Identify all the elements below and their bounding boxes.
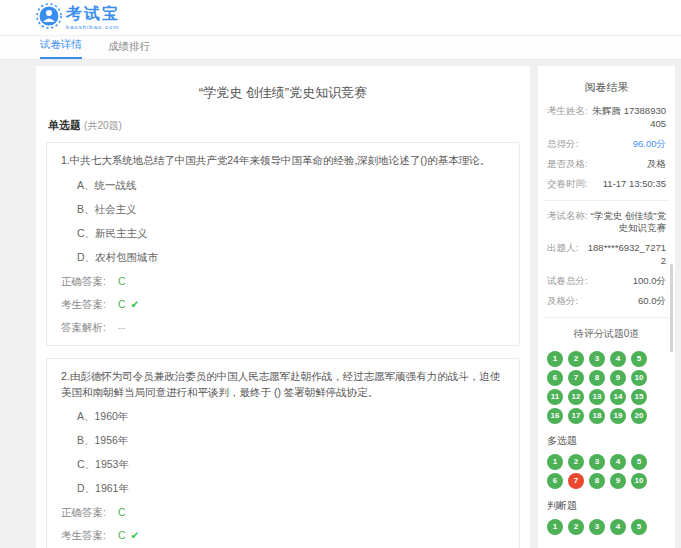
pending-questions-title: 待评分试题0道 bbox=[547, 327, 666, 341]
info-row: 及格分:60.0分 bbox=[547, 295, 666, 308]
question-number-11[interactable]: 11 bbox=[547, 389, 563, 405]
question-number-1[interactable]: 1 bbox=[547, 454, 563, 470]
question-option[interactable]: B、社会主义 bbox=[77, 203, 505, 217]
app-logo[interactable]: 考试宝 kaoshibao.com bbox=[36, 3, 120, 33]
analysis-row: 答案解析:-- bbox=[61, 321, 505, 335]
question-number-2[interactable]: 2 bbox=[568, 454, 584, 470]
top-header: 考试宝 kaoshibao.com bbox=[0, 0, 681, 36]
question-text: 2.由彭德怀为司令员兼政治委员的中国人民志愿军赴朝作战，经过志愿军顽强有力的战斗… bbox=[61, 369, 505, 401]
question-number-5[interactable]: 5 bbox=[631, 519, 647, 535]
question-option[interactable]: C、新民主主义 bbox=[77, 227, 505, 241]
question-number-3[interactable]: 3 bbox=[589, 351, 605, 367]
question-number-12[interactable]: 12 bbox=[568, 389, 584, 405]
question-option[interactable]: B、1956年 bbox=[77, 434, 505, 448]
question-card: 1.中共七大系统地总结了中国共产党24年来领导中国革命的经验,深刻地论述了()的… bbox=[46, 142, 520, 346]
question-number-4[interactable]: 4 bbox=[610, 519, 626, 535]
correct-answer-label: 正确答案: bbox=[61, 275, 106, 287]
student-answer-value: C bbox=[118, 298, 126, 310]
info-row: 交卷时间:11-17 13:50:35 bbox=[547, 178, 666, 191]
question-number-9[interactable]: 9 bbox=[610, 370, 626, 386]
exam-detail-card: “学党史 创佳绩”党史知识竞赛 单选题 (共20题) 1.中共七大系统地总结了中… bbox=[36, 66, 530, 548]
page-content: “学党史 创佳绩”党史知识竞赛 单选题 (共20题) 1.中共七大系统地总结了中… bbox=[0, 60, 681, 548]
student-answer-row: 考生答案:C✔ bbox=[61, 529, 505, 543]
tab-bar: 试卷详情成绩排行 bbox=[0, 36, 681, 60]
info-label: 交卷时间: bbox=[547, 178, 588, 191]
question-number-18[interactable]: 18 bbox=[589, 408, 605, 424]
info-label: 考试名称: bbox=[547, 210, 588, 236]
info-label: 是否及格: bbox=[547, 158, 588, 171]
question-number-13[interactable]: 13 bbox=[589, 389, 605, 405]
exam-info-rows: 考试名称:“学党史 创佳绩”党史知识竞赛出题人:188****6932_7271… bbox=[547, 210, 666, 308]
question-number-6[interactable]: 6 bbox=[547, 473, 563, 489]
question-number-5[interactable]: 5 bbox=[631, 454, 647, 470]
result-sidebar: 阅卷结果 考生姓名:朱辉腾 17388930405总得分:96.00分是否及格:… bbox=[538, 66, 675, 548]
question-number-8[interactable]: 8 bbox=[589, 370, 605, 386]
question-number-17[interactable]: 17 bbox=[568, 408, 584, 424]
question-number-4[interactable]: 4 bbox=[610, 351, 626, 367]
result-panel-title: 阅卷结果 bbox=[547, 80, 666, 95]
question-number-10[interactable]: 10 bbox=[631, 370, 647, 386]
question-number-grid: 1234567891011121314151617181920 bbox=[547, 351, 666, 427]
question-number-16[interactable]: 16 bbox=[547, 408, 563, 424]
question-option[interactable]: D、农村包围城市 bbox=[77, 251, 505, 265]
info-label: 及格分: bbox=[547, 295, 578, 308]
question-number-2[interactable]: 2 bbox=[568, 351, 584, 367]
info-row: 考试名称:“学党史 创佳绩”党史知识竞赛 bbox=[547, 210, 666, 236]
question-number-7[interactable]: 7 bbox=[568, 370, 584, 386]
question-number-1[interactable]: 1 bbox=[547, 351, 563, 367]
question-number-9[interactable]: 9 bbox=[610, 473, 626, 489]
analysis-value: -- bbox=[118, 321, 125, 333]
question-number-grid: 12345678910 bbox=[547, 454, 666, 492]
question-option[interactable]: A、统一战线 bbox=[77, 179, 505, 193]
question-number-20[interactable]: 20 bbox=[631, 408, 647, 424]
question-number-groups: 1234567891011121314151617181920多选题123456… bbox=[547, 351, 666, 538]
badge-icon bbox=[36, 3, 62, 33]
divider bbox=[544, 200, 669, 201]
question-number-10[interactable]: 10 bbox=[631, 473, 647, 489]
question-number-8[interactable]: 8 bbox=[589, 473, 605, 489]
check-icon: ✔ bbox=[131, 298, 140, 310]
scrollbar-thumb[interactable] bbox=[670, 264, 673, 352]
info-label: 出题人: bbox=[547, 242, 578, 268]
check-icon: ✔ bbox=[131, 529, 140, 541]
result-info-rows: 考生姓名:朱辉腾 17388930405总得分:96.00分是否及格:及格交卷时… bbox=[547, 105, 666, 191]
question-option[interactable]: A、1960年 bbox=[77, 410, 505, 424]
question-option[interactable]: C、1953年 bbox=[77, 458, 505, 472]
tab-exam-detail[interactable]: 试卷详情 bbox=[40, 38, 82, 59]
logo-subtitle: kaoshibao.com bbox=[66, 24, 120, 30]
info-label: 总得分: bbox=[547, 138, 578, 151]
question-number-7[interactable]: 7 bbox=[568, 473, 584, 489]
question-number-1[interactable]: 1 bbox=[547, 519, 563, 535]
question-number-14[interactable]: 14 bbox=[610, 389, 626, 405]
correct-answer-row: 正确答案:C bbox=[61, 506, 505, 520]
student-answer-label: 考生答案: bbox=[61, 529, 106, 541]
question-number-3[interactable]: 3 bbox=[589, 519, 605, 535]
question-number-19[interactable]: 19 bbox=[610, 408, 626, 424]
student-answer-label: 考生答案: bbox=[61, 298, 106, 310]
info-value: “学党史 创佳绩”党史知识竞赛 bbox=[588, 210, 666, 236]
question-option[interactable]: D、1961年 bbox=[77, 482, 505, 496]
info-row: 是否及格:及格 bbox=[547, 158, 666, 171]
question-number-6[interactable]: 6 bbox=[547, 370, 563, 386]
question-number-grid: 12345 bbox=[547, 519, 666, 538]
correct-answer-row: 正确答案:C bbox=[61, 275, 505, 289]
info-row: 考生姓名:朱辉腾 17388930405 bbox=[547, 105, 666, 131]
section-label: 单选题 (共20题) bbox=[48, 118, 518, 133]
info-value: 60.0分 bbox=[638, 295, 666, 308]
info-label: 试卷总分: bbox=[547, 275, 588, 288]
question-list: 1.中共七大系统地总结了中国共产党24年来领导中国革命的经验,深刻地论述了()的… bbox=[46, 142, 520, 548]
tab-score-rank[interactable]: 成绩排行 bbox=[108, 40, 150, 59]
info-value: 11-17 13:50:35 bbox=[603, 178, 666, 191]
info-value: 188****6932_72712 bbox=[584, 242, 666, 268]
question-number-3[interactable]: 3 bbox=[589, 454, 605, 470]
info-row: 试卷总分:100.0分 bbox=[547, 275, 666, 288]
student-answer-row: 考生答案:C✔ bbox=[61, 298, 505, 312]
correct-answer-label: 正确答案: bbox=[61, 506, 106, 518]
question-number-2[interactable]: 2 bbox=[568, 519, 584, 535]
question-number-15[interactable]: 15 bbox=[631, 389, 647, 405]
section-name: 单选题 bbox=[48, 119, 81, 131]
section-count: (共20题) bbox=[84, 120, 122, 131]
question-number-5[interactable]: 5 bbox=[631, 351, 647, 367]
question-number-4[interactable]: 4 bbox=[610, 454, 626, 470]
student-answer-value: C bbox=[118, 529, 126, 541]
